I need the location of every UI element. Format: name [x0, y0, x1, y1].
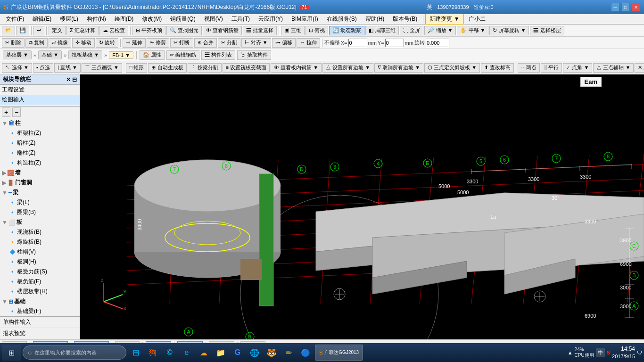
taskbar-app-blue[interactable]: 🔵 — [298, 345, 313, 361]
section-project-settings[interactable]: 工程设置 — [0, 85, 80, 95]
btn-3pt-slope[interactable]: ⬡ 三点定义斜坡板 ▼ — [424, 63, 480, 73]
btn-extend[interactable]: ⊣ 延伸 — [123, 38, 146, 48]
menu-floor[interactable]: 楼层(L) — [56, 14, 82, 24]
btn-view-rebar[interactable]: 👁 查看钢筋量 — [203, 26, 242, 35]
tree-item-dark-column[interactable]: 🔹暗柱(Z) — [0, 138, 80, 148]
tree-item-column-cap[interactable]: 🔷柱帽(V) — [0, 247, 80, 257]
systray-arrow[interactable]: ▲ — [568, 350, 573, 355]
btn-select-floor[interactable]: ☰ 选择楼层 — [530, 26, 564, 35]
menu-bim[interactable]: BIM应用(I) — [288, 14, 322, 24]
btn-set-all-slope[interactable]: △ 设置所有边坡 ▼ — [322, 63, 373, 73]
taskbar-app-windows[interactable]: ⊞ — [128, 345, 143, 361]
btn-3pt-aux[interactable]: △ 三点辅轴 ▼ — [593, 63, 634, 73]
btn-set-section[interactable]: ≡ 设置筏板变截面 — [223, 63, 270, 73]
btn-batch[interactable]: ☰ 批量选择 — [243, 26, 277, 35]
btn-fullscreen[interactable]: ⛶ 全屏 — [400, 26, 423, 35]
btn-two-point[interactable]: ⋅⋅ 两点 — [518, 63, 540, 73]
tree-item-neg-rebar[interactable]: 🔹板负筋(F) — [0, 277, 80, 287]
btn-define[interactable]: 定义 — [49, 26, 66, 35]
single-component-input[interactable]: 单构件输入 — [0, 317, 80, 328]
btn-edit-height[interactable]: ⬆ 查改标高 — [481, 63, 514, 73]
menu-modify[interactable]: 修改(M) — [138, 14, 165, 24]
btn-rect[interactable]: □ 矩形 — [126, 63, 148, 73]
btn-undo[interactable]: ↩ — [33, 26, 44, 35]
panel-minus-btn[interactable]: − — [12, 107, 21, 117]
taskbar-app-circle[interactable]: © — [162, 345, 177, 361]
btn-parallel[interactable]: ∥ 平行 — [541, 63, 562, 73]
tree-item-slab-hole[interactable]: 🔹板洞(H) — [0, 257, 80, 267]
category-selector[interactable]: 基础 ▼ — [38, 50, 62, 59]
btn-del-aux[interactable]: ✕ 删除辅轴 ▼ — [635, 63, 644, 73]
btn-pan[interactable]: ✋ 平移 ▼ — [457, 26, 488, 35]
btn-merge[interactable]: ⊕ 合并 — [194, 38, 217, 48]
menu-tools[interactable]: 工具(T) — [228, 14, 254, 24]
btn-point-angle[interactable]: ∠ 点角 ▼ — [563, 63, 592, 73]
taskbar-app-sougou[interactable]: 狗 — [145, 345, 160, 361]
btn-trim[interactable]: ✁ 修剪 — [147, 38, 169, 48]
tree-item-construct-column[interactable]: 🔹构造柱(Z) — [0, 158, 80, 168]
tree-group-column[interactable]: ▼ 🏛 柱 — [0, 118, 80, 128]
viewport[interactable]: 7 8 D 3 4 E — [80, 74, 644, 339]
start-button[interactable]: ⊞ — [2, 345, 21, 361]
menu-edit[interactable]: 编辑(E) — [29, 14, 55, 24]
menu-view[interactable]: 视图(V) — [200, 14, 227, 24]
menu-online[interactable]: 在线服务(S) — [323, 14, 361, 24]
btn-arc[interactable]: ⌒ 三点画弧 ▼ — [82, 63, 122, 73]
btn-open[interactable]: 📂 — [2, 26, 15, 35]
taskbar-app-cloud[interactable]: ☁ — [196, 345, 211, 361]
taskbar-app-tiger[interactable]: 🐯 — [264, 345, 279, 361]
systray-lang[interactable]: 中 — [596, 348, 605, 357]
panel-add-btn[interactable]: + — [2, 107, 10, 117]
btn-component-list[interactable]: ☰ 构件列表 — [201, 50, 235, 60]
tree-item-foundation-beam[interactable]: 🔹基础梁(F) — [0, 306, 80, 316]
btn-select-tool[interactable]: ↖ 选择 ▼ — [2, 63, 32, 73]
menu-guangxiao[interactable]: 广小二 — [465, 14, 489, 24]
menu-file[interactable]: 文件(F) — [2, 14, 28, 24]
btn-cancel-all-slope[interactable]: ∇ 取消所有边坡 ▼ — [374, 63, 423, 73]
tree-group-foundation[interactable]: ▼ ⊞ 基础 — [0, 296, 80, 306]
maximize-button[interactable]: □ — [621, 3, 630, 11]
menu-help[interactable]: 帮助(H) — [362, 14, 388, 24]
btn-cloud-check[interactable]: ☁ 云检查 — [99, 26, 128, 35]
btn-save[interactable]: 💾 — [16, 26, 29, 35]
taskbar-app-globe[interactable]: 🌐 — [247, 345, 262, 361]
tree-item-slab-rebar[interactable]: 🔹板受力筋(S) — [0, 267, 80, 277]
tree-group-slab[interactable]: ▼ ⬜ 板 — [0, 217, 80, 227]
tree-item-frame-column[interactable]: 🔹框架柱(Z) — [0, 128, 80, 138]
btn-screen-rotate[interactable]: ↻ 屏幕旋转 ▼ — [489, 26, 529, 35]
floor-selector[interactable]: 基础层 ▼ — [3, 50, 32, 59]
taskbar-app-folder[interactable]: 📁 — [213, 345, 228, 361]
btn-break[interactable]: ✂ 打断 — [170, 38, 193, 48]
btn-top-view[interactable]: ⊡ 俯视 — [305, 26, 328, 35]
btn-dynamic-obs[interactable]: 🔄 动态观察 — [329, 26, 364, 35]
tree-item-ring-beam[interactable]: 🔹圈梁(B) — [0, 207, 80, 217]
panel-close-btn[interactable]: ✕ ⊟ — [66, 76, 77, 83]
menu-cloud[interactable]: 云应用(Y) — [255, 14, 287, 24]
menu-new-change[interactable]: 新建变更 ▼ — [425, 14, 463, 25]
btn-point[interactable]: • 点选 — [33, 63, 53, 73]
btn-split[interactable]: ✂ 分割 — [218, 38, 240, 48]
btn-3d[interactable]: ▣ 三维 — [281, 26, 305, 35]
btn-mirror[interactable]: ⇌ 镜像 — [49, 38, 71, 48]
btn-zoom[interactable]: 🔎 缩放 ▼ — [424, 26, 456, 35]
btn-auto-slab[interactable]: ⊞ 自动生成板 — [148, 63, 186, 73]
btn-rotate[interactable]: ↻ 旋转 — [96, 38, 118, 48]
tree-item-beam[interactable]: 🔹梁(L) — [0, 197, 80, 207]
menu-version[interactable]: 版本号(B) — [389, 14, 421, 24]
menu-component[interactable]: 构件(N) — [83, 14, 110, 24]
btn-local-3d[interactable]: ◧ 局部三维 — [365, 26, 399, 35]
item-selector[interactable]: FB-1 ▼ — [109, 51, 133, 59]
report-preview[interactable]: 报表预览 — [0, 328, 80, 339]
taskbar-app-pen[interactable]: ✏ — [281, 345, 296, 361]
menu-draw[interactable]: 绘图(D) — [111, 14, 138, 24]
section-drawing-input[interactable]: 绘图输入 — [0, 95, 80, 105]
rotate-input[interactable] — [426, 39, 449, 47]
menu-rebar[interactable]: 钢筋量(Q) — [166, 14, 199, 24]
close-button[interactable]: ✕ — [632, 3, 640, 11]
btn-delete[interactable]: ✂ 删除 — [2, 38, 25, 48]
taskbar-active-app[interactable]: S 广联达GGJ2013 — [315, 345, 363, 361]
btn-stretch[interactable]: ↔ 拉伸 — [297, 38, 320, 48]
tree-group-wall[interactable]: ▶ 🧱 墙 — [0, 168, 80, 178]
btn-find[interactable]: 🔍 查找图元 — [166, 26, 202, 35]
btn-align-top[interactable]: ⊟ 平齐板顶 — [132, 26, 165, 35]
